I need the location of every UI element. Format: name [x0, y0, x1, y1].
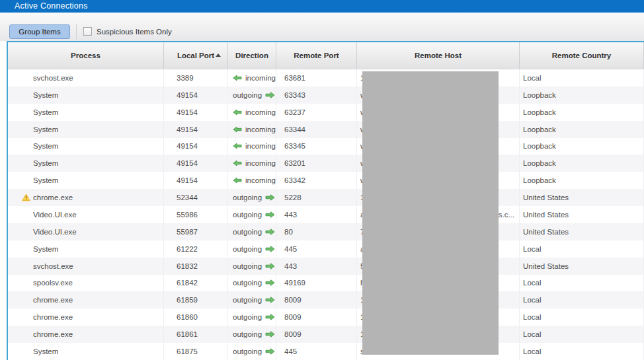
remote-country-cell: Local [520, 326, 644, 343]
direction-label: outgoing [233, 313, 262, 321]
process-cell: System [8, 104, 164, 121]
column-header-process[interactable]: Process [8, 42, 164, 69]
table-row[interactable]: svchost.exe3389incoming636811Local [8, 69, 644, 87]
local-port-cell: 61832 [164, 258, 228, 275]
process-cell: Video.UI.exe [8, 206, 164, 223]
outgoing-arrow-icon [265, 229, 275, 235]
process-cell: svchost.exe [8, 69, 164, 87]
warning-icon [22, 194, 30, 201]
remote-port-cell: 8009 [276, 291, 357, 308]
process-name: chrome.exe [33, 330, 73, 338]
remote-port-cell: 63343 [276, 87, 357, 104]
window-title-bar: Active Connections [0, 0, 644, 13]
local-port-cell: 49154 [164, 87, 228, 104]
outgoing-arrow-icon [265, 297, 275, 303]
suspicious-items-checkbox[interactable] [83, 27, 92, 36]
process-name: Video.UI.exe [33, 228, 77, 236]
table-row[interactable]: chrome.exe61861outgoing80091Local [8, 326, 644, 343]
direction-label: outgoing [233, 228, 262, 236]
direction-cell: outgoing [228, 223, 276, 240]
process-name: System [33, 108, 58, 116]
direction-label: outgoing [233, 262, 262, 270]
column-header-direction[interactable]: Direction [228, 42, 276, 69]
remote-port-cell: 80 [276, 223, 357, 240]
table-row[interactable]: System49154incoming63237wLoopback [8, 104, 644, 121]
table-row[interactable]: System49154incoming63201wLoopback [8, 155, 644, 172]
column-header-remote-host[interactable]: Remote Host [357, 42, 520, 69]
remote-country-cell: Local [520, 343, 644, 360]
remote-country-cell: Loopback [520, 172, 644, 189]
remote-port-cell: 63342 [276, 172, 357, 189]
outgoing-arrow-icon [265, 246, 275, 252]
table-row[interactable]: System61222outgoing445aLocal [8, 240, 644, 258]
table-row[interactable]: System49154incoming63344wLoopback [8, 121, 644, 138]
table-row[interactable]: System61875outgoing445sLocal [8, 343, 644, 360]
local-port-cell: 61861 [164, 326, 228, 343]
column-header-local-port[interactable]: Local Port [164, 42, 228, 69]
table-row[interactable]: chrome.exe61859outgoing80091Local [8, 291, 644, 308]
outgoing-arrow-icon [265, 279, 275, 286]
remote-country-cell: United States [520, 223, 644, 240]
process-cell: chrome.exe [8, 291, 164, 308]
table-row[interactable]: chrome.exe61860outgoing80091Local [8, 308, 644, 326]
table-row[interactable]: Video.UI.exe55987outgoing807United State… [8, 223, 644, 240]
process-name: chrome.exe [33, 194, 73, 201]
direction-label: outgoing [233, 194, 262, 201]
process-name: System [33, 91, 58, 99]
direction-cell: outgoing [228, 87, 276, 104]
process-name: System [33, 142, 58, 150]
table-header-row: Process Local Port Direction Remote Port… [8, 42, 644, 69]
direction-label: incoming [245, 74, 276, 82]
remote-country-cell: United States [520, 206, 644, 223]
direction-label: outgoing [233, 91, 262, 99]
outgoing-arrow-icon [265, 331, 275, 338]
direction-label: incoming [245, 159, 276, 167]
table-body: svchost.exe3389incoming636811LocalSystem… [8, 69, 644, 360]
redaction-overlay [362, 71, 499, 355]
process-cell: System [8, 138, 164, 155]
page-title: Active Connections [15, 1, 88, 11]
direction-label: outgoing [233, 279, 262, 287]
remote-country-cell: Local [520, 69, 644, 87]
sort-ascending-icon [216, 54, 221, 57]
direction-cell: outgoing [228, 240, 276, 258]
process-cell: Video.UI.exe [8, 223, 164, 240]
process-name: spoolsv.exe [33, 279, 73, 287]
table-row[interactable]: spoolsv.exe61842outgoing49169hLocal [8, 275, 644, 292]
process-cell: svchost.exe [8, 258, 164, 275]
local-port-cell: 55986 [164, 206, 228, 223]
table-row[interactable]: svchost.exe61832outgoing4435United State… [8, 258, 644, 275]
local-port-cell: 52344 [164, 189, 228, 206]
incoming-arrow-icon [233, 160, 242, 166]
incoming-arrow-icon [233, 143, 242, 149]
suspicious-items-checkbox-label[interactable]: Suspicious Items Only [97, 28, 172, 36]
outgoing-arrow-icon [265, 263, 275, 270]
table-row[interactable]: System49154incoming63342wLoopback [8, 172, 644, 189]
direction-cell: outgoing [228, 189, 276, 206]
table-row[interactable]: Video.UI.exe55986outgoing443aes.c...Unit… [8, 206, 644, 223]
table-row[interactable]: System49154incoming63345wLoopback [8, 138, 644, 155]
connections-table: Process Local Port Direction Remote Port… [7, 41, 644, 360]
remote-country-cell: Loopback [520, 87, 644, 104]
process-name: Video.UI.exe [33, 211, 77, 219]
remote-port-cell: 63345 [276, 138, 357, 155]
column-header-remote-country[interactable]: Remote Country [520, 42, 644, 69]
remote-port-cell: 63201 [276, 155, 357, 172]
table-row[interactable]: chrome.exe52344outgoing52281United State… [8, 189, 644, 206]
group-items-button[interactable]: Group Items [9, 24, 70, 39]
process-cell: System [8, 87, 164, 104]
direction-label: incoming [245, 126, 276, 133]
process-cell: System [8, 343, 164, 360]
remote-country-cell: Loopback [520, 104, 644, 121]
process-cell: System [8, 172, 164, 189]
column-header-remote-port[interactable]: Remote Port [276, 42, 357, 69]
process-name: chrome.exe [33, 296, 73, 304]
process-name: chrome.exe [33, 313, 73, 321]
direction-label: incoming [245, 142, 276, 150]
table-row[interactable]: System49154outgoing63343wLoopback [8, 87, 644, 104]
process-cell: chrome.exe [8, 326, 164, 343]
process-name: svchost.exe [33, 262, 73, 270]
outgoing-arrow-icon [265, 348, 275, 355]
remote-country-cell: Loopback [520, 155, 644, 172]
process-name: System [33, 176, 58, 184]
